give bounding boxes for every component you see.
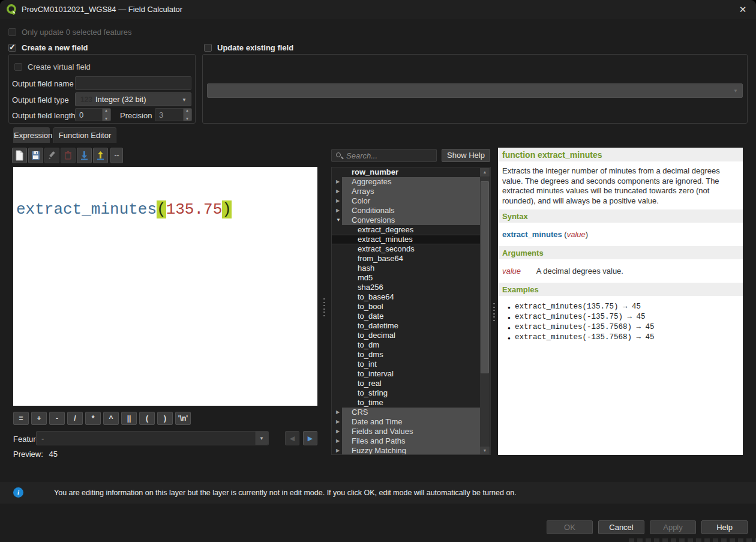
operator-button[interactable]: '\n' [175, 412, 191, 425]
import-expression-button[interactable] [77, 148, 92, 163]
function-tree-item[interactable]: ▶ Date and Time [332, 417, 481, 427]
tree-item-label: from_base64 [358, 254, 403, 263]
scroll-up-icon[interactable]: ▲ [480, 168, 490, 176]
function-tree-item[interactable]: to_date [332, 312, 481, 321]
existing-field-combobox[interactable]: ▼ [207, 83, 743, 98]
dialog-button[interactable]: Apply [650, 520, 696, 534]
function-tree-item[interactable]: ▶ Fuzzy Matching [332, 446, 481, 455]
operator-button[interactable]: + [31, 412, 47, 425]
function-tree-item[interactable]: to_bool [332, 302, 481, 312]
tree-scrollbar[interactable]: ▲ ▼ [480, 168, 490, 455]
function-tree-item[interactable]: to_string [332, 388, 481, 398]
function-tree-item[interactable]: ▶ Conditionals [332, 206, 481, 215]
output-field-type-combobox[interactable]: 123 Integer (32 bit) ▼ [75, 92, 191, 106]
function-tree-item[interactable]: ▶ Fields and Values [332, 427, 481, 436]
function-tree-item[interactable]: ▶ Aggregates [332, 177, 481, 187]
title-bar[interactable]: ProvCM01012021_WGS84 — Field Calculator … [0, 0, 756, 19]
function-tree-item[interactable]: to_datetime [332, 321, 481, 331]
operator-button[interactable]: ^ [103, 412, 119, 425]
tab-expression-label: Expression [14, 131, 52, 140]
function-tree-item[interactable]: to_interval [332, 369, 481, 379]
function-tree-item[interactable]: ▶ Color [332, 196, 481, 206]
dialog-button[interactable]: Cancel [598, 520, 644, 534]
tree-expand-icon[interactable]: ▶ [336, 446, 340, 455]
tree-expand-icon[interactable]: ▶ [336, 436, 340, 446]
save-expression-button[interactable] [28, 148, 43, 163]
output-field-name-input[interactable] [75, 76, 191, 90]
function-tree-item[interactable]: hash [332, 263, 481, 273]
function-tree-item[interactable]: extract_minutes [332, 235, 481, 244]
create-new-field-checkbox[interactable] [8, 44, 16, 52]
tree-item-label: CRS [352, 408, 368, 417]
splitter-handle[interactable] [323, 298, 326, 316]
function-tree-item[interactable]: row_number [332, 167, 481, 177]
tree-expand-icon[interactable]: ▶ [336, 177, 340, 187]
function-tree-item[interactable]: sha256 [332, 283, 481, 292]
operator-button[interactable]: * [85, 412, 101, 425]
function-tree-item[interactable]: ▶ CRS [332, 408, 481, 417]
tree-expand-icon[interactable]: ▶ [336, 408, 340, 417]
operator-button[interactable]: - [49, 412, 65, 425]
scroll-down-icon[interactable]: ▼ [480, 447, 490, 455]
preview-label: Preview: [13, 450, 43, 459]
tree-expand-icon[interactable]: ▶ [336, 196, 340, 206]
function-tree-item[interactable]: ▼ Conversions [332, 215, 481, 225]
spinner-arrows-icon[interactable] [183, 109, 191, 121]
operator-button[interactable]: || [121, 412, 137, 425]
function-tree-item[interactable]: to_dm [332, 340, 481, 350]
show-help-button[interactable]: Show Help [442, 149, 490, 162]
function-search-box[interactable] [331, 149, 437, 162]
argument-name: value [502, 266, 521, 276]
function-tree-item[interactable]: ▶ Files and Paths [332, 436, 481, 446]
tree-expand-icon[interactable]: ▶ [336, 206, 340, 215]
operator-button[interactable]: / [67, 412, 83, 425]
precision-spinbox[interactable]: 3 [155, 108, 192, 121]
operator-button[interactable]: ( [139, 412, 155, 425]
tree-expand-icon[interactable]: ▼ [336, 215, 341, 225]
tree-item-label: Aggregates [352, 177, 392, 187]
edit-expression-button[interactable] [44, 148, 59, 163]
dialog-button[interactable]: Help [701, 520, 748, 534]
function-tree-item[interactable]: md5 [332, 273, 481, 283]
tree-expand-icon[interactable]: ▶ [336, 427, 340, 436]
function-tree-item[interactable]: to_real [332, 379, 481, 388]
splitter-handle[interactable] [493, 303, 496, 321]
scrollbar-thumb[interactable] [481, 181, 489, 373]
function-tree-item[interactable]: from_base64 [332, 254, 481, 263]
function-tree-item[interactable]: to_time [332, 398, 481, 408]
function-tree-item[interactable]: extract_seconds [332, 244, 481, 254]
output-field-length-spinbox[interactable]: 0 [75, 108, 111, 121]
function-tree-item[interactable]: extract_degrees [332, 225, 481, 235]
spinner-arrows-icon[interactable] [102, 109, 110, 121]
function-tree-item[interactable]: to_decimal [332, 331, 481, 340]
next-feature-button[interactable]: ▶ [303, 431, 317, 445]
tab-function-editor[interactable]: Function Editor [53, 127, 116, 143]
update-existing-field-label: Update existing field [217, 43, 293, 52]
dialog-button[interactable]: OK [547, 520, 593, 534]
function-tree-item[interactable]: ▶ Arrays [332, 187, 481, 196]
close-icon[interactable]: ✕ [737, 4, 749, 16]
operator-button[interactable]: = [13, 412, 29, 425]
new-expression-button[interactable] [12, 148, 27, 163]
tab-expression[interactable]: Expression [13, 127, 50, 143]
chevron-down-icon[interactable] [255, 432, 268, 445]
feature-combobox[interactable]: - [36, 431, 269, 445]
function-tree-item[interactable]: to_base64 [332, 292, 481, 302]
function-tree-item[interactable]: to_int [332, 360, 481, 369]
tree-item-label: Arrays [352, 187, 374, 196]
update-existing-field-checkbox[interactable] [204, 44, 212, 52]
only-update-checkbox[interactable] [8, 28, 16, 36]
operator-button[interactable]: ) [157, 412, 173, 425]
create-virtual-field-checkbox[interactable] [14, 63, 22, 71]
tree-expand-icon[interactable]: ▶ [336, 417, 340, 427]
search-input[interactable] [346, 149, 435, 161]
tree-expand-icon[interactable]: ▶ [336, 187, 340, 196]
expression-more-button[interactable]: -- [110, 148, 123, 163]
export-expression-button[interactable] [93, 148, 108, 163]
syntax-open-paren: ( [562, 230, 567, 239]
previous-feature-button[interactable]: ◀ [285, 431, 299, 445]
function-tree-item[interactable]: to_dms [332, 350, 481, 360]
field-type-123-icon: 123 [80, 95, 92, 104]
delete-expression-button[interactable] [61, 148, 76, 163]
expression-editor[interactable]: extract_minutes(135.75) [13, 167, 317, 406]
